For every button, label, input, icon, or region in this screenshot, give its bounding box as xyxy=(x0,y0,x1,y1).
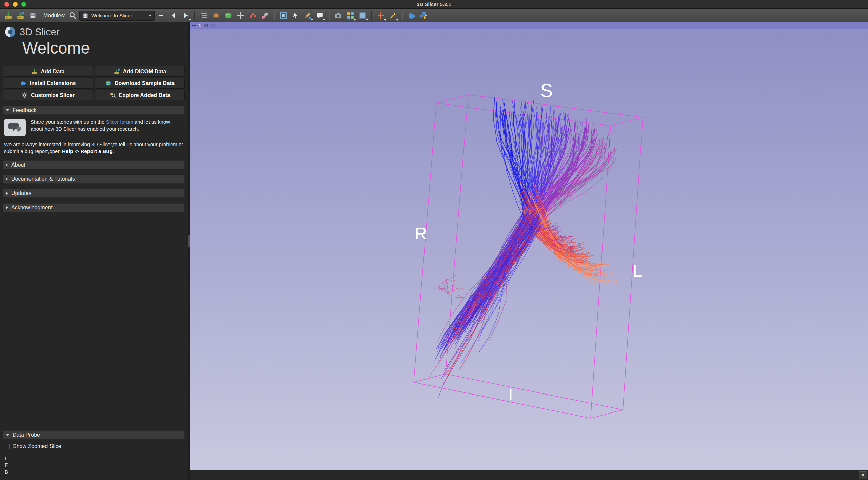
close-window-button[interactable] xyxy=(4,2,9,7)
data-probe-body: Show Zoomed Slice L F B xyxy=(0,439,188,480)
welcome-button-grid: Add Data Add DICOM Data Install Extensio… xyxy=(3,66,185,100)
toggle-frame-icon[interactable] xyxy=(278,10,289,21)
add-dicom-icon xyxy=(114,68,120,75)
3d-view[interactable]: P S R L I xyxy=(190,29,868,470)
collapse-arrow-icon xyxy=(6,109,9,111)
feedback-share-text: Share your stories with us on the Slicer… xyxy=(31,119,184,133)
orientation-label-left: L xyxy=(633,261,642,281)
window-title: 3D Slicer 5.2.1 xyxy=(417,1,451,7)
viewport-column: 1 P S R xyxy=(190,22,868,480)
add-data-icon[interactable] xyxy=(3,10,14,21)
gear-icon xyxy=(21,92,28,98)
button-label: Add Data xyxy=(41,69,64,75)
modules-label: Modules: xyxy=(43,13,65,19)
explore-search-icon xyxy=(110,92,116,98)
main-toolbar: Modules: Welcome to Slicer xyxy=(0,9,868,22)
section-header-about[interactable]: About xyxy=(3,160,185,169)
chevron-down-icon xyxy=(366,19,368,21)
data-probe-rows: L F B xyxy=(5,455,184,480)
crosshair-icon[interactable] xyxy=(375,10,387,21)
toolbar-separator xyxy=(371,11,372,20)
download-sample-data-button[interactable]: Download Sample Data xyxy=(95,78,185,89)
module-title: Welcome xyxy=(22,39,188,57)
annotation-icon[interactable] xyxy=(314,10,326,21)
improve-bold: Help -> Report a Bug xyxy=(62,148,113,154)
data-probe-row-b: B xyxy=(5,468,184,475)
window-level-icon[interactable] xyxy=(388,10,399,21)
install-extensions-button[interactable]: Install Extensions xyxy=(3,78,93,89)
transforms-icon[interactable] xyxy=(235,10,246,21)
volumes-icon[interactable] xyxy=(211,10,222,21)
module-selector-value: Welcome to Slicer xyxy=(91,13,132,18)
add-dicom-data-button[interactable]: Add DICOM Data xyxy=(95,66,185,77)
slicer-forum-link[interactable]: Slicer forum xyxy=(106,119,133,125)
place-point-icon[interactable] xyxy=(302,10,313,21)
add-data-button[interactable]: Add Data xyxy=(3,66,93,77)
close-icon: × xyxy=(861,473,864,478)
feedback-improve-text: We are always interested in improving 3D… xyxy=(4,141,184,155)
pin-icon[interactable] xyxy=(192,25,196,26)
app-window: 3D Slicer 5.2.1 Modules: Welcome to Slic… xyxy=(0,0,868,480)
extensions-manager-icon[interactable] xyxy=(406,10,417,21)
explore-added-data-button[interactable]: Explore Added Data xyxy=(95,90,185,100)
section-header-data-probe[interactable]: Data Probe xyxy=(3,430,185,439)
orientation-label-inferior: I xyxy=(508,385,513,404)
orientation-label-right: R xyxy=(415,224,427,244)
section-header-documentation[interactable]: Documentation & Tutorials xyxy=(3,175,185,184)
chevron-down-icon xyxy=(353,19,356,21)
app-name: 3D Slicer xyxy=(20,26,60,38)
section-title: Updates xyxy=(11,190,32,196)
layout-selector-icon[interactable] xyxy=(345,10,356,21)
close-status-button[interactable]: × xyxy=(859,471,867,479)
chevron-down-icon xyxy=(148,15,152,17)
section-title: Data Probe xyxy=(13,432,40,438)
show-zoomed-slice-checkbox[interactable] xyxy=(4,444,10,449)
expand-arrow-icon xyxy=(6,206,8,209)
save-scene-icon[interactable] xyxy=(27,10,38,21)
section-header-feedback[interactable]: Feedback xyxy=(3,106,185,115)
feedback-chat-icon xyxy=(4,119,26,136)
maximize-view-icon[interactable] xyxy=(211,24,215,28)
add-dicom-data-icon[interactable] xyxy=(15,10,26,21)
minimize-window-button[interactable] xyxy=(13,2,18,7)
module-search-icon[interactable] xyxy=(67,10,78,21)
main-area: 3D Slicer Welcome Add Data Add DICOM Dat… xyxy=(0,22,868,480)
add-data-icon xyxy=(31,68,38,75)
subject-hierarchy-icon[interactable] xyxy=(198,10,210,21)
puzzle-icon xyxy=(20,80,26,87)
window-controls xyxy=(4,0,26,8)
module-panel: 3D Slicer Welcome Add Data Add DICOM Dat… xyxy=(0,22,188,480)
button-label: Install Extensions xyxy=(29,80,76,87)
screenshot-icon[interactable] xyxy=(333,10,344,21)
mouse-interaction-icon[interactable] xyxy=(290,10,301,21)
models-icon[interactable] xyxy=(223,10,234,21)
section-title: Feedback xyxy=(13,107,36,113)
button-label: Explore Added Data xyxy=(119,92,170,98)
markups-icon[interactable] xyxy=(247,10,258,21)
section-title: About xyxy=(11,162,25,168)
chevron-down-icon xyxy=(311,19,313,21)
splitter-grip-icon xyxy=(188,235,190,248)
center-view-icon[interactable] xyxy=(204,24,208,28)
section-header-acknowledgment[interactable]: Acknowledgment xyxy=(3,203,185,212)
section-header-updates[interactable]: Updates xyxy=(3,189,185,198)
segment-editor-icon[interactable] xyxy=(259,10,271,21)
expand-arrow-icon xyxy=(6,177,8,181)
chevron-down-icon xyxy=(396,19,399,21)
improve-period: . xyxy=(113,148,114,154)
close-module-icon[interactable] xyxy=(156,10,167,21)
toolbar-separator xyxy=(329,11,330,20)
chevron-down-icon xyxy=(384,19,387,21)
layout-3d-icon[interactable] xyxy=(357,10,368,21)
data-probe-row-f: F xyxy=(5,462,184,468)
chevron-down-icon xyxy=(323,19,326,21)
fullscreen-window-button[interactable] xyxy=(21,2,26,7)
module-selector[interactable]: Welcome to Slicer xyxy=(79,11,155,21)
python-console-icon[interactable] xyxy=(418,10,429,21)
checkbox-label: Show Zoomed Slice xyxy=(13,443,61,449)
title-bar: 3D Slicer 5.2.1 xyxy=(0,0,868,9)
collapse-arrow-icon xyxy=(6,434,9,436)
module-history-forward-icon[interactable] xyxy=(180,10,191,21)
module-history-back-icon[interactable] xyxy=(168,10,179,21)
customize-slicer-button[interactable]: Customize Slicer xyxy=(3,90,93,100)
